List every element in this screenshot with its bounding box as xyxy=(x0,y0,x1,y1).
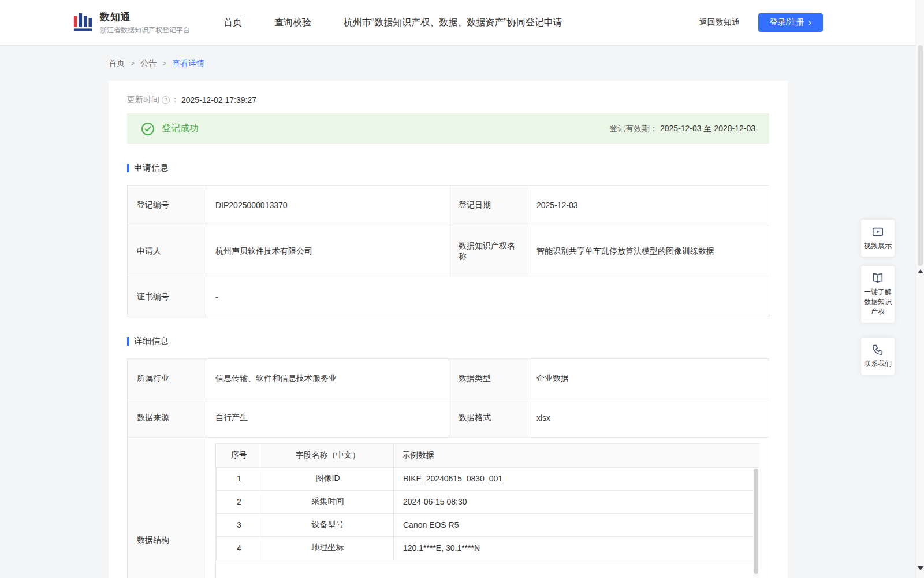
banner-left: 登记成功 xyxy=(141,122,199,136)
brand[interactable]: 数知通 浙江省数据知识产权登记平台 xyxy=(72,10,190,35)
nav-item-home[interactable]: 首页 xyxy=(223,17,242,29)
field-label: 数据格式 xyxy=(449,398,527,438)
brand-subtitle: 浙江省数据知识产权登记平台 xyxy=(100,25,190,35)
table-row: 数据来源 自行产生 数据格式 xlsx xyxy=(128,398,769,438)
structure-row: 3 设备型号 Canon EOS R5 xyxy=(217,513,759,536)
table-row: 所属行业 信息传输、软件和信息技术服务业 数据类型 企业数据 xyxy=(128,359,769,398)
field-label: 数据结构 xyxy=(128,438,206,578)
breadcrumb-separator: > xyxy=(131,60,135,68)
widget-label: 视频展示 xyxy=(863,241,892,251)
field-value: 杭州声贝软件技术有限公司 xyxy=(206,225,449,277)
structure-table: 序号 字段名称（中文） 示例数据 1 图像ID BIKE_20240615_08… xyxy=(216,444,759,560)
cell-field-name: 采集时间 xyxy=(262,490,394,513)
breadcrumb: 首页 > 公告 > 查看详情 xyxy=(109,58,204,69)
field-label: 数据知识产权名称 xyxy=(449,225,527,277)
brand-logo-icon xyxy=(72,12,94,34)
apply-info-table: 登记编号 DIP2025000013370 登记日期 2025-12-03 申请… xyxy=(127,185,769,317)
breadcrumb-home[interactable]: 首页 xyxy=(109,58,125,69)
section-bar xyxy=(127,164,129,172)
field-value: 智能识别共享单车乱停放算法模型的图像训练数据 xyxy=(527,225,769,277)
scroll-up-arrow-icon[interactable] xyxy=(918,269,923,273)
header-right: 返回数知通 登录/注册 › xyxy=(699,13,823,32)
update-time-colon: ： xyxy=(171,95,179,105)
cell-sample: BIKE_20240615_0830_001 xyxy=(394,467,759,490)
cell-field-name: 图像ID xyxy=(262,467,394,490)
section-apply-info: 申请信息 xyxy=(127,162,769,173)
phone-icon xyxy=(871,343,884,356)
field-value: 2025-12-03 xyxy=(527,186,769,225)
success-check-icon xyxy=(141,122,155,136)
scroll-down-arrow-icon[interactable] xyxy=(918,566,923,570)
table-row: 数据结构 序号 字段名称（中文） 示例数据 xyxy=(128,438,769,578)
scrollbar-thumb[interactable] xyxy=(754,469,758,574)
chevron-right-icon: › xyxy=(808,18,811,27)
section-detail-title: 详细信息 xyxy=(134,336,169,347)
update-time-label: 更新时间 xyxy=(127,95,159,105)
back-to-shuzhitong-link[interactable]: 返回数知通 xyxy=(699,17,740,28)
banner-right: 登记有效期： 2025-12-03 至 2028-12-03 xyxy=(609,124,755,134)
breadcrumb-current: 查看详情 xyxy=(172,58,204,69)
field-label: 数据类型 xyxy=(449,359,527,398)
main-nav: 首页 查询校验 杭州市“数据知识产权、数据、数据资产”协同登记申请 xyxy=(223,17,562,29)
field-label: 登记编号 xyxy=(128,186,206,225)
cell-seq: 1 xyxy=(217,467,262,490)
header: 数知通 浙江省数据知识产权登记平台 首页 查询校验 杭州市“数据知识产权、数据、… xyxy=(0,0,924,45)
table-row: 证书编号 - xyxy=(128,277,769,317)
help-question-icon[interactable]: ? xyxy=(162,96,170,104)
structure-cell: 序号 字段名称（中文） 示例数据 1 图像ID BIKE_20240615_08… xyxy=(206,438,769,578)
cell-seq: 2 xyxy=(217,490,262,513)
brand-text: 数知通 浙江省数据知识产权登记平台 xyxy=(100,10,190,35)
breadcrumb-announcements[interactable]: 公告 xyxy=(140,58,157,69)
field-value: xlsx xyxy=(527,398,769,438)
field-label: 所属行业 xyxy=(128,359,206,398)
cell-field-name: 地理坐标 xyxy=(262,536,394,560)
section-detail-info: 详细信息 xyxy=(127,336,769,347)
cell-sample: 120.1****E, 30.1****N xyxy=(394,536,759,560)
registration-status-text: 登记成功 xyxy=(162,123,199,135)
book-icon xyxy=(871,272,884,284)
table-row: 申请人 杭州声贝软件技术有限公司 数据知识产权名称 智能识别共享单车乱停放算法模… xyxy=(128,225,769,277)
breadcrumb-separator: > xyxy=(162,60,166,68)
learn-data-ip-widget[interactable]: 一键了解数据知识产权 xyxy=(861,266,895,323)
page-scrollbar[interactable] xyxy=(916,0,924,578)
table-row: 登记编号 DIP2025000013370 登记日期 2025-12-03 xyxy=(128,186,769,225)
video-icon xyxy=(871,225,884,238)
detail-card: 更新时间 ? ： 2025-12-02 17:39:27 登记成功 登记有效期：… xyxy=(109,81,788,578)
field-value: 自行产生 xyxy=(206,398,449,438)
cell-sample: Canon EOS R5 xyxy=(394,513,759,536)
structure-header-row: 序号 字段名称（中文） 示例数据 xyxy=(217,444,759,467)
column-header: 序号 xyxy=(217,444,262,467)
nav-item-query-verify[interactable]: 查询校验 xyxy=(274,17,311,29)
field-label: 登记日期 xyxy=(449,186,527,225)
section-apply-title: 申请信息 xyxy=(134,162,169,173)
update-time-value: 2025-12-02 17:39:27 xyxy=(181,95,256,105)
structure-table-wrapper: 序号 字段名称（中文） 示例数据 1 图像ID BIKE_20240615_08… xyxy=(215,443,759,578)
success-banner: 登记成功 登记有效期： 2025-12-03 至 2028-12-03 xyxy=(127,113,769,144)
column-header: 字段名称（中文） xyxy=(262,444,394,467)
contact-us-widget[interactable]: 联系我们 xyxy=(861,338,895,375)
structure-row: 1 图像ID BIKE_20240615_0830_001 xyxy=(217,467,759,490)
cell-field-name: 设备型号 xyxy=(262,513,394,536)
field-label: 证书编号 xyxy=(128,277,206,317)
structure-table-scrollbar[interactable] xyxy=(753,468,759,578)
field-value: - xyxy=(206,277,769,317)
widget-label: 联系我们 xyxy=(863,359,892,369)
update-time-row: 更新时间 ? ： 2025-12-02 17:39:27 xyxy=(127,95,769,105)
field-label: 申请人 xyxy=(128,225,206,277)
widget-label: 一键了解数据知识产权 xyxy=(863,287,892,317)
section-bar xyxy=(127,337,129,346)
cell-seq: 3 xyxy=(217,513,262,536)
login-register-button[interactable]: 登录/注册 › xyxy=(758,13,823,32)
video-demo-widget[interactable]: 视频展示 xyxy=(861,220,895,257)
field-label: 数据来源 xyxy=(128,398,206,438)
validity-period-value: 2025-12-03 至 2028-12-03 xyxy=(660,124,755,133)
column-header: 示例数据 xyxy=(394,444,759,467)
field-value: 信息传输、软件和信息技术服务业 xyxy=(206,359,449,398)
login-register-label: 登录/注册 xyxy=(770,17,804,28)
nav-item-hangzhou-collab-registration[interactable]: 杭州市“数据知识产权、数据、数据资产”协同登记申请 xyxy=(344,17,562,29)
cell-sample: 2024-06-15 08:30 xyxy=(394,490,759,513)
validity-period-label: 登记有效期： xyxy=(609,124,658,133)
floating-sidebar: 视频展示 一键了解数据知识产权 联系我们 xyxy=(861,220,895,375)
cell-seq: 4 xyxy=(217,536,262,560)
scrollbar-thumb[interactable] xyxy=(918,45,923,266)
